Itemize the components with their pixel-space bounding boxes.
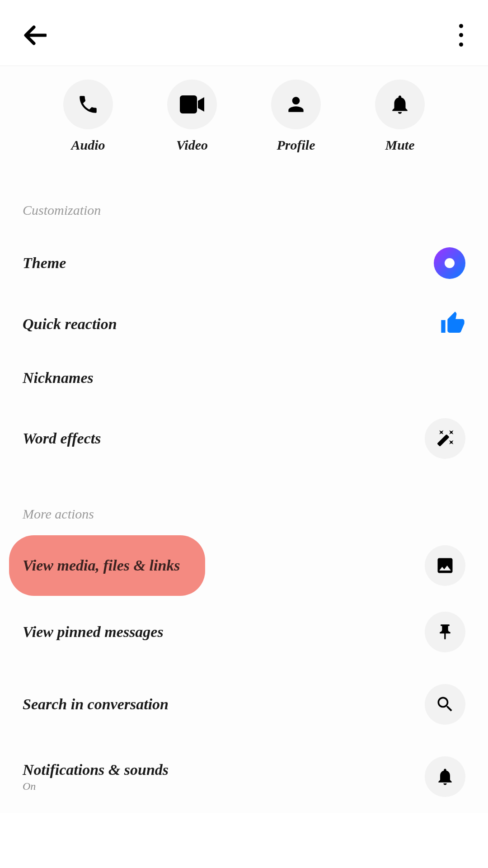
top-bar [0,0,488,66]
word-effects-item[interactable]: Word effects [0,402,488,475]
video-icon [180,95,204,113]
video-button[interactable] [167,80,217,129]
dot-icon [459,24,463,28]
nicknames-item[interactable]: Nicknames [0,354,488,402]
word-effects-icon-wrap [425,418,465,459]
profile-label: Profile [277,137,315,153]
audio-label: Audio [71,137,105,153]
view-media-highlight: View media, files & links [9,535,205,596]
view-pinned-icon-wrap [425,612,465,652]
phone-icon [77,93,99,116]
arrow-left-icon [24,25,47,45]
customization-header: Customization [0,171,488,231]
person-icon [285,93,307,116]
theme-item[interactable]: Theme [0,231,488,295]
audio-action[interactable]: Audio [63,80,113,153]
svg-rect-0 [180,95,197,113]
dot-icon [459,42,463,47]
image-icon [435,556,455,576]
quick-actions-row: Audio Video Profile Mute [0,80,488,171]
nicknames-label: Nicknames [23,369,94,387]
view-media-icon-wrap [425,545,465,586]
quick-reaction-item[interactable]: Quick reaction [0,295,488,354]
search-label: Search in conversation [23,696,169,713]
theme-label: Theme [23,255,66,272]
dot-icon [459,33,463,37]
audio-button[interactable] [63,80,113,129]
word-effects-label: Word effects [23,430,101,447]
more-actions-header: More actions [0,475,488,535]
notifications-text: Notifications & sounds On [23,761,169,793]
mute-action[interactable]: Mute [375,80,425,153]
view-pinned-label: View pinned messages [23,623,164,641]
notifications-item[interactable]: Notifications & sounds On [0,741,488,813]
notifications-icon-wrap [425,756,465,797]
pin-icon [436,622,454,642]
bell-icon [389,93,411,116]
notifications-sublabel: On [23,780,169,793]
magic-wand-icon [435,429,455,448]
bell-icon [435,767,455,787]
search-icon-wrap [425,684,465,725]
profile-button[interactable] [271,80,321,129]
search-icon [435,694,455,714]
theme-swatch-icon [434,247,465,279]
view-pinned-item[interactable]: View pinned messages [0,596,488,668]
mute-button[interactable] [375,80,425,129]
thumbs-up-icon [440,311,465,338]
view-media-label: View media, files & links [23,557,180,574]
view-media-item[interactable]: View media, files & links [0,535,488,596]
quick-reaction-label: Quick reaction [23,316,117,333]
profile-action[interactable]: Profile [271,80,321,153]
search-item[interactable]: Search in conversation [0,668,488,741]
video-action[interactable]: Video [167,80,217,153]
mute-label: Mute [385,137,414,153]
back-button[interactable] [23,23,47,47]
content-area: Audio Video Profile Mute Customization T… [0,66,488,813]
notifications-label: Notifications & sounds [23,761,169,778]
more-options-button[interactable] [456,24,465,47]
video-label: Video [176,137,208,153]
